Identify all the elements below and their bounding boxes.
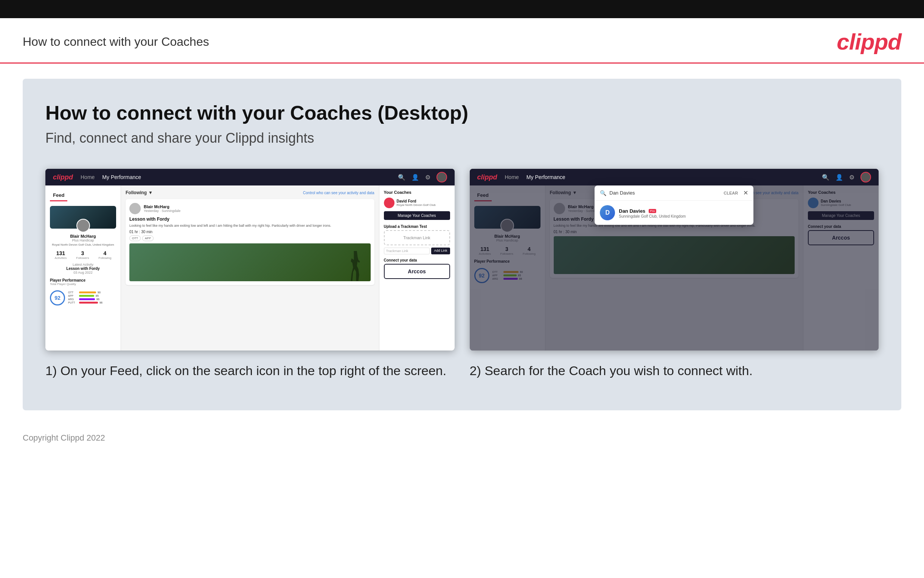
following-btn[interactable]: Following ▼ <box>126 190 153 195</box>
feed-avatar <box>129 203 141 214</box>
result-avatar: D <box>600 205 615 220</box>
perf-title: Player Performance <box>50 278 116 283</box>
nav-icons-right: 🔍 👤 ⚙ <box>822 172 871 182</box>
screenshots-row: clippd Home My Performance 🔍 👤 ⚙ Feed <box>45 169 879 380</box>
settings-icon-right[interactable]: ⚙ <box>849 174 854 181</box>
user-icon[interactable]: 👤 <box>411 174 419 181</box>
stats-row: 131 Activities 3 Followers 4 Following <box>50 250 116 260</box>
trackman-input-row: Trackman Link Add Link <box>384 248 450 254</box>
feed-tags: OTT APP <box>129 235 371 241</box>
followers-label: Followers <box>76 256 89 260</box>
following-label: Following <box>99 256 112 260</box>
profile-name-right: Blair McHarg <box>474 234 540 239</box>
trackman-input[interactable]: Trackman Link <box>384 248 430 254</box>
profile-avatar <box>76 219 90 232</box>
add-link-btn[interactable]: Add Link <box>431 248 450 254</box>
clippd-logo: clippd <box>837 29 901 55</box>
main-content: How to connect with your Coaches (Deskto… <box>23 79 901 410</box>
app-body-left: Feed Blair McHarg Plus Handicap Royal No… <box>45 185 455 351</box>
following-count: 4 <box>99 250 112 256</box>
nav-home-right[interactable]: Home <box>505 174 519 180</box>
feed-card-header: Blair McHarg Yesterday · Sunningdale <box>129 203 371 214</box>
result-name-row: Dan Davies Pro <box>619 208 686 214</box>
user-icon-right[interactable]: 👤 <box>835 174 843 181</box>
profile-avatar-right <box>500 219 514 232</box>
perf-right: Player Performance 92 OTT90 APP85 ARG86 <box>474 259 540 286</box>
manage-coaches-btn[interactable]: Manage Your Coaches <box>384 211 450 220</box>
nav-home[interactable]: Home <box>81 174 95 180</box>
result-badge: Pro <box>649 209 656 213</box>
top-bar <box>0 0 924 18</box>
app-sidebar-left: Feed Blair McHarg Plus Handicap Royal No… <box>45 185 121 351</box>
screenshot-left-frame: clippd Home My Performance 🔍 👤 ⚙ Feed <box>45 169 455 351</box>
main-title: How to connect with your Coaches (Deskto… <box>45 101 879 124</box>
nav-icons: 🔍 👤 ⚙ <box>398 172 447 182</box>
stats-row-right: 131Activities 3Followers 4Following <box>474 246 540 255</box>
profile-bg <box>50 206 116 229</box>
screenshot-left-block: clippd Home My Performance 🔍 👤 ⚙ Feed <box>45 169 455 380</box>
coach-club: Royal North Devon Golf Club <box>397 203 436 207</box>
performance-section: Player Performance Total Player Quality … <box>50 278 116 308</box>
followers-count: 3 <box>76 250 89 256</box>
coaches-title: Your Coaches <box>384 190 450 195</box>
feed-tab[interactable]: Feed <box>50 190 67 201</box>
feed-duration: 01 hr : 30 min <box>129 230 371 234</box>
copyright: Copyright Clippd 2022 <box>23 433 105 443</box>
feed-name: Blair McHarg <box>144 205 180 209</box>
app-nav-left: clippd Home My Performance 🔍 👤 ⚙ <box>45 169 455 185</box>
feed-meta: Yesterday · Sunningdale <box>144 209 180 213</box>
search-overlay: 🔍 Dan Davies CLEAR ✕ D Dan Davies Pro Su <box>595 185 753 225</box>
coach-name: David Ford <box>397 199 436 203</box>
nav-my-performance-right[interactable]: My Performance <box>526 174 565 180</box>
screenshot-right-block: clippd Home My Performance 🔍 👤 ⚙ Feed <box>470 169 879 380</box>
main-subtitle: Find, connect and share your Clippd insi… <box>45 130 879 146</box>
clear-btn[interactable]: CLEAR <box>723 191 738 195</box>
latest-val: Lesson with Fordy <box>50 266 116 271</box>
app-sidebar-right: Feed Blair McHarg Plus Handicap 131Activ… <box>470 185 545 351</box>
arccos-box: Arccos <box>384 264 450 279</box>
perf-sub: Total Player Quality <box>50 283 116 286</box>
search-icon[interactable]: 🔍 <box>398 174 405 181</box>
header: How to connect with your Coaches clippd <box>0 18 924 63</box>
page-title: How to connect with your Coaches <box>23 35 209 49</box>
search-input[interactable]: Dan Davies <box>609 190 720 196</box>
feed-desc: Looking to feel like my hands are exitin… <box>129 223 371 228</box>
avatar[interactable] <box>437 172 447 182</box>
avatar-right[interactable] <box>861 172 871 182</box>
result-name: Dan Davies <box>619 208 645 214</box>
profile-handicap-right: Plus Handicap <box>474 239 540 242</box>
app-nav-right: clippd Home My Performance 🔍 👤 ⚙ <box>470 169 879 185</box>
search-icon-right[interactable]: 🔍 <box>822 174 829 181</box>
latest-date: 03 Aug 2022 <box>50 271 116 274</box>
latest-label: Latest Activity <box>50 263 116 266</box>
feed-image <box>129 244 371 281</box>
following-header: Following ▼ Control who can see your act… <box>126 190 374 195</box>
control-link[interactable]: Control who can see your activity and da… <box>303 191 374 195</box>
search-icon-overlay: 🔍 <box>600 190 606 196</box>
profile-bg-right <box>474 206 540 229</box>
feed-title: Lesson with Fordy <box>129 216 371 222</box>
stat-followers: 3 Followers <box>76 250 89 260</box>
search-bar: 🔍 Dan Davies CLEAR ✕ <box>595 185 753 201</box>
footer: Copyright Clippd 2022 <box>0 425 924 450</box>
feed-card: Blair McHarg Yesterday · Sunningdale Les… <box>126 199 374 285</box>
score-circle: 92 <box>50 290 65 305</box>
tag-app: APP <box>142 235 154 241</box>
profile-handicap: Plus Handicap <box>50 239 116 242</box>
step1-text: 1) On your Feed, click on the search ico… <box>45 362 455 380</box>
trackman-section: Upload a Trackman Test Trackman Link Tra… <box>384 224 450 254</box>
profile-area-right: Blair McHarg Plus Handicap 131Activities… <box>474 206 540 255</box>
coach-avatar <box>384 198 395 208</box>
latest-activity-section: Latest Activity Lesson with Fordy 03 Aug… <box>50 263 116 274</box>
settings-icon[interactable]: ⚙ <box>425 174 430 181</box>
feed-tab-right: Feed <box>474 190 492 201</box>
search-result[interactable]: D Dan Davies Pro Sunningdale Golf Club, … <box>595 201 753 225</box>
activities-count: 131 <box>55 250 67 256</box>
tag-off: OTT <box>129 235 141 241</box>
profile-area: Blair McHarg Plus Handicap Royal North D… <box>50 206 116 274</box>
stat-activities: 131 Activities <box>55 250 67 260</box>
close-btn[interactable]: ✕ <box>743 189 748 196</box>
nav-my-performance[interactable]: My Performance <box>102 174 141 180</box>
stat-following: 4 Following <box>99 250 112 260</box>
app-feed-left: Following ▼ Control who can see your act… <box>121 185 379 351</box>
